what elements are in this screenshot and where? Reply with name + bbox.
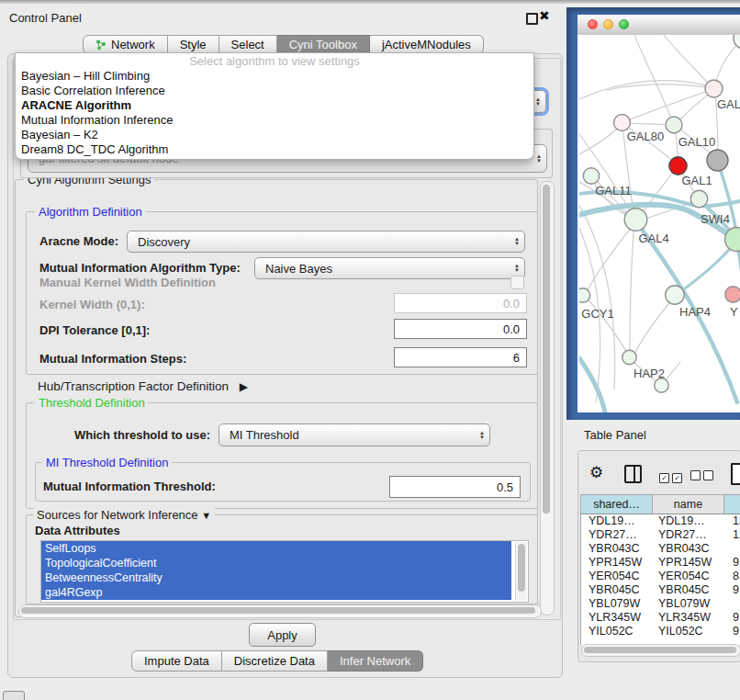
- node-gal11[interactable]: [583, 168, 599, 184]
- table-row[interactable]: YDR27…YDR27…12: [581, 528, 740, 542]
- hub-section-toggle[interactable]: Hub/Transcription Factor Definition ▶: [38, 379, 248, 393]
- node-gal10[interactable]: [666, 117, 682, 133]
- node-gal4[interactable]: [624, 209, 647, 231]
- dropdown-item-mutual-information-inference[interactable]: Mutual Information Inference: [16, 113, 533, 128]
- node-gal2[interactable]: [705, 80, 723, 97]
- which-threshold-combo[interactable]: MI Threshold ▲▼: [219, 423, 490, 446]
- attribute-item-betweennesscentrality[interactable]: BetweennessCentrality: [41, 570, 511, 585]
- screen: Control Panel ✖ NetworkStyleSelectCyni T…: [0, 0, 740, 700]
- table-row[interactable]: YLR345WYLR345W9.: [581, 611, 740, 625]
- table-cell: 9: [724, 625, 740, 638]
- attributes-vscrollbar[interactable]: [515, 542, 527, 601]
- bottom-tab-impute-data[interactable]: Impute Data: [131, 650, 222, 672]
- attribute-item-selfloops[interactable]: SelfLoops: [41, 541, 511, 556]
- close-window-icon[interactable]: [588, 19, 598, 29]
- network-edge[interactable]: [624, 123, 671, 125]
- kernel-width-field[interactable]: 0.0: [394, 293, 527, 313]
- attributes-vscrollbar-thumb[interactable]: [518, 544, 525, 592]
- network-edge-highlighted[interactable]: [675, 244, 734, 296]
- network-edge-highlighted[interactable]: [579, 358, 605, 412]
- close-panel-icon[interactable]: ✖: [539, 8, 550, 23]
- mi-steps-field[interactable]: 6: [394, 347, 527, 367]
- dpi-tolerance-field[interactable]: 0.0: [394, 319, 527, 339]
- dropdown-placeholder: Select algorithm to view settings: [16, 53, 533, 69]
- table-row[interactable]: YPR145WYPR145W9.: [581, 556, 740, 570]
- table-row[interactable]: YDL19…YDL19…13: [581, 514, 740, 528]
- column-header-partial[interactable]: [724, 495, 740, 514]
- node-node-bottom[interactable]: [655, 378, 668, 392]
- tab-jactivemnodules[interactable]: jActiveMNodules: [370, 35, 484, 54]
- node-gcy1[interactable]: [579, 288, 590, 302]
- table-row[interactable]: YBR045CYBR045C9.: [581, 583, 740, 597]
- combo-stepper-icon: ▲▼: [475, 424, 489, 446]
- network-edge[interactable]: [630, 222, 634, 354]
- tab-label: Network: [111, 38, 155, 51]
- node-gal80[interactable]: [614, 115, 631, 131]
- float-panel-icon[interactable]: [526, 13, 538, 25]
- settings-vscrollbar[interactable]: [540, 181, 555, 615]
- sources-legend-text: Sources for Network Inference: [37, 508, 198, 522]
- node-gal1[interactable]: [690, 190, 708, 208]
- collapsed-panel-button[interactable]: [3, 691, 25, 700]
- new-document-icon[interactable]: [731, 463, 740, 485]
- network-edge[interactable]: [664, 35, 712, 86]
- network-edge[interactable]: [665, 362, 680, 382]
- table-hscrollbar-thumb[interactable]: [584, 647, 736, 653]
- tab-cyni-toolbox[interactable]: Cyni Toolbox: [277, 35, 370, 54]
- mi-type-combo[interactable]: Naive Bayes ▲▼: [254, 257, 525, 279]
- deselect-all-icon[interactable]: [690, 469, 716, 483]
- dropdown-item-bayesian-k2[interactable]: Bayesian – K2: [16, 128, 533, 142]
- dropdown-item-aracne-algorithm[interactable]: ARACNE Algorithm: [16, 98, 533, 113]
- table-row[interactable]: YER054CYER054C8.: [581, 570, 740, 583]
- network-edge[interactable]: [634, 35, 672, 121]
- tab-network[interactable]: Network: [83, 35, 168, 54]
- aracne-mode-combo[interactable]: Discovery ▲▼: [127, 231, 525, 253]
- zoom-window-icon[interactable]: [619, 19, 629, 29]
- dropdown-item-basic-correlation-inference[interactable]: Basic Correlation Inference: [16, 84, 533, 98]
- network-edge[interactable]: [579, 126, 620, 154]
- minimize-window-icon[interactable]: [603, 19, 613, 29]
- apply-button[interactable]: Apply: [249, 623, 316, 647]
- panel-title: Control Panel: [9, 11, 82, 25]
- manual-kernel-checkbox[interactable]: [510, 276, 524, 289]
- data-attributes-list: SelfLoopsTopologicalCoefficientBetweenne…: [40, 540, 529, 603]
- split-columns-icon[interactable]: [624, 465, 642, 483]
- node-gray-node[interactable]: [707, 150, 728, 171]
- attribute-item-topologicalcoefficient[interactable]: TopologicalCoefficient: [41, 556, 511, 570]
- node-salmon-node[interactable]: [725, 287, 740, 302]
- table-cell: YLR345W: [653, 611, 724, 625]
- mi-threshold-field[interactable]: 0.5: [389, 476, 521, 498]
- table-row[interactable]: YBR043CYBR043C: [581, 542, 740, 556]
- table-cell: YBR043C: [581, 542, 653, 556]
- table-row[interactable]: YIL052CYIL052C9: [581, 625, 740, 638]
- table-row[interactable]: YBL079WYBL079W: [581, 597, 740, 611]
- tab-label: Cyni Toolbox: [289, 38, 357, 51]
- tab-style[interactable]: Style: [168, 35, 219, 54]
- collapse-arrow-icon[interactable]: ▼: [201, 510, 211, 521]
- node-hap4[interactable]: [666, 286, 685, 305]
- bottom-tab-discretize-data[interactable]: Discretize Data: [222, 650, 328, 672]
- node-hap2[interactable]: [622, 350, 636, 364]
- attribute-item-gal4rgexp[interactable]: gal4RGexp: [41, 585, 511, 600]
- column-header-shared…[interactable]: shared…: [581, 495, 653, 514]
- settings-vscrollbar-thumb[interactable]: [543, 185, 550, 514]
- node-label-gal11: GAL11: [595, 184, 632, 198]
- select-all-icon[interactable]: ✓✓: [659, 469, 685, 483]
- apply-button-label: Apply: [267, 628, 297, 642]
- dropdown-item-bayesian-hill-climbing[interactable]: Bayesian – Hill Climbing: [16, 69, 533, 84]
- network-edge[interactable]: [634, 298, 674, 354]
- table-cell: YBR045C: [653, 583, 724, 597]
- table-cell: YDR27…: [581, 528, 653, 542]
- settings-hscrollbar[interactable]: [18, 604, 542, 618]
- node-red-node[interactable]: [669, 157, 687, 175]
- gear-icon[interactable]: ⚙: [589, 463, 603, 482]
- settings-hscrollbar-thumb[interactable]: [21, 607, 535, 614]
- column-header-name[interactable]: name: [653, 495, 724, 514]
- table-hscrollbar[interactable]: [581, 644, 740, 657]
- dropdown-item-dream8-dc-tdc-algorithm[interactable]: Dream8 DC_TDC Algorithm: [16, 142, 533, 157]
- bottom-tab-infer-network[interactable]: Infer Network: [328, 650, 423, 672]
- tab-select[interactable]: Select: [219, 35, 277, 54]
- network-window-titlebar[interactable]: [577, 15, 740, 36]
- network-edge[interactable]: [587, 221, 636, 292]
- which-threshold-value: MI Threshold: [219, 428, 475, 442]
